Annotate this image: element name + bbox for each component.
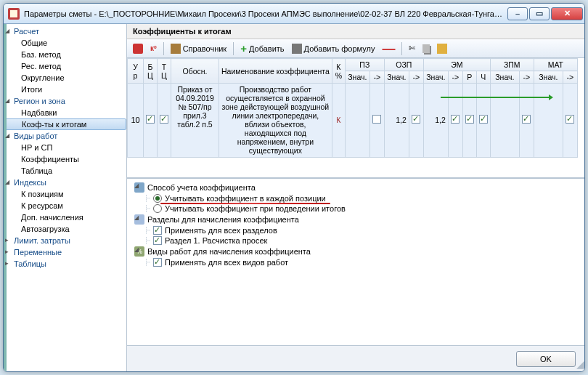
sidebar-item[interactable]: Общие: [4, 37, 126, 49]
options-panel[interactable]: ◢ Способ учета коэффициента ┊┈ Учитывать…: [127, 178, 584, 345]
checkbox-t[interactable]: [160, 115, 168, 124]
sidebar-item[interactable]: Итоги: [4, 84, 126, 95]
checkbox[interactable]: [522, 115, 531, 124]
tb-paste[interactable]: [434, 42, 450, 55]
checkbox-b[interactable]: [146, 115, 155, 124]
th-ur[interactable]: У р: [128, 59, 144, 84]
cell-zpm-chk[interactable]: [519, 84, 534, 158]
resize-grip[interactable]: ◢: [576, 358, 581, 370]
cell-b[interactable]: [144, 84, 158, 158]
maximize-button[interactable]: ▭: [529, 7, 550, 20]
cell-zpm-znach[interactable]: [490, 84, 519, 158]
twisty-icon[interactable]: ◢: [134, 246, 139, 253]
minimize-button[interactable]: –: [507, 7, 528, 20]
sidebar-item[interactable]: К ресурсам: [4, 200, 126, 211]
cell-pz-znach[interactable]: [345, 84, 369, 158]
checkbox[interactable]: [153, 236, 162, 245]
th-b[interactable]: Б Ц: [144, 59, 158, 84]
th-k[interactable]: К %: [332, 59, 345, 84]
sidebar-item[interactable]: Расчет: [4, 25, 126, 37]
th-em-znach[interactable]: Знач.: [423, 71, 448, 84]
checkbox[interactable]: [412, 115, 420, 124]
opt-group-title[interactable]: ◢ Разделы для начисления коэффициента: [131, 214, 580, 225]
table-row[interactable]: 10 Приказ от 04.09.2019 № 507/пр прил.3 …: [128, 84, 578, 158]
th-em-arrow[interactable]: ->: [448, 71, 462, 84]
sidebar-item[interactable]: Надбавки: [4, 107, 126, 118]
th-t[interactable]: Т Ц: [158, 59, 171, 84]
th-pz-znach[interactable]: Знач.: [345, 71, 369, 84]
sidebar-item[interactable]: Переменные: [4, 246, 126, 258]
opt-group-title[interactable]: ◢ % Виды работ для начисления коэффициен…: [131, 246, 580, 257]
sidebar-item[interactable]: Рес. метод: [4, 60, 126, 72]
sidebar-item[interactable]: Таблицы: [4, 258, 126, 270]
tb-copy[interactable]: [420, 43, 433, 55]
th-obosn[interactable]: Обосн.: [171, 59, 219, 84]
th-pz[interactable]: ПЗ: [345, 59, 384, 71]
sidebar-item[interactable]: НР и СП: [4, 142, 126, 153]
twisty-icon[interactable]: ◢: [134, 182, 139, 189]
sidebar-item[interactable]: Коэффициенты: [4, 153, 126, 165]
sidebar-item[interactable]: Регион и зона: [4, 95, 126, 107]
cell-em-ch[interactable]: [476, 84, 490, 158]
sidebar-item[interactable]: Автозагрузка: [4, 223, 126, 235]
th-em[interactable]: ЭМ: [423, 59, 490, 71]
opt-radio-each-position[interactable]: ┊┈ Учитывать коэффициент в каждой позици…: [131, 193, 580, 203]
cell-obosn[interactable]: Приказ от 04.09.2019 № 507/пр прил.3 таб…: [171, 84, 219, 158]
ok-button[interactable]: OK: [516, 351, 576, 367]
th-ozp-arrow[interactable]: ->: [409, 71, 423, 84]
opt-radio-on-totals[interactable]: ┊┈ Учитывать коэффициент при подведении …: [131, 203, 580, 214]
tb-reference[interactable]: Справочник: [168, 42, 230, 55]
cell-em-chk[interactable]: [448, 84, 462, 158]
tb-k[interactable]: кº: [147, 43, 160, 54]
checkbox[interactable]: [479, 115, 488, 124]
sidebar-item[interactable]: К позициям: [4, 188, 126, 200]
checkbox[interactable]: [153, 226, 162, 235]
cell-em-r[interactable]: [462, 84, 476, 158]
radio[interactable]: [153, 194, 162, 203]
cell-mat-chk[interactable]: [563, 84, 577, 158]
th-pz-arrow[interactable]: ->: [369, 71, 384, 84]
sidebar-item[interactable]: Округление: [4, 72, 126, 84]
close-button[interactable]: ✕: [551, 7, 583, 20]
cell-naim[interactable]: Производство работ осуществляется в охра…: [219, 84, 332, 158]
checkbox[interactable]: [153, 258, 162, 267]
tb-cut[interactable]: ✄: [406, 42, 418, 55]
th-naim[interactable]: Наименование коэффициента: [219, 59, 332, 84]
opt-check-all-work-types[interactable]: ┊┈ Применять для всех видов работ: [131, 257, 580, 267]
th-em-ch[interactable]: Ч: [476, 71, 490, 84]
sidebar-item[interactable]: Лимит. затраты: [4, 235, 126, 246]
cell-t[interactable]: [158, 84, 171, 158]
cell-k[interactable]: К: [332, 84, 345, 158]
coefficient-table-wrap[interactable]: У р Б Ц Т Ц Обосн. Наименование коэффици…: [127, 58, 584, 178]
cell-pz-chk[interactable]: [369, 84, 384, 158]
sidebar-item[interactable]: Индексы: [4, 177, 126, 188]
tb-action1[interactable]: [130, 42, 146, 55]
opt-check-all-sections[interactable]: ┊┈ Применять для всех разделов: [131, 225, 580, 235]
th-ozp-znach[interactable]: Знач.: [384, 71, 409, 84]
sidebar-item[interactable]: Виды работ: [4, 130, 126, 142]
radio[interactable]: [153, 204, 162, 213]
sidebar-item[interactable]: Таблица: [4, 165, 126, 177]
th-ozp[interactable]: ОЗП: [384, 59, 423, 71]
checkbox[interactable]: [451, 115, 460, 124]
twisty-icon[interactable]: ◢: [134, 214, 139, 221]
th-mat-arrow[interactable]: ->: [563, 71, 577, 84]
sidebar-item-selected[interactable]: Коэф-ты к итогам: [4, 118, 126, 130]
opt-group-title[interactable]: ◢ Способ учета коэффициента: [131, 182, 580, 193]
th-zpm[interactable]: ЗПМ: [490, 59, 534, 71]
cell-ozp-chk[interactable]: [409, 84, 423, 158]
tb-add[interactable]: +Добавить: [237, 43, 287, 55]
sidebar-item[interactable]: Доп. начисления: [4, 211, 126, 223]
cell-em-znach[interactable]: 1,2: [423, 84, 448, 158]
th-zpm-znach[interactable]: Знач.: [490, 71, 519, 84]
tb-add-formula[interactable]: Добавить формулу: [289, 42, 378, 55]
checkbox[interactable]: [372, 115, 381, 124]
th-zpm-arrow[interactable]: ->: [519, 71, 534, 84]
sidebar-item[interactable]: Баз. метод: [4, 49, 126, 60]
tb-remove[interactable]: —: [379, 44, 398, 54]
th-mat[interactable]: МАТ: [534, 59, 577, 71]
cell-ozp-znach[interactable]: 1,2: [384, 84, 409, 158]
opt-check-section1[interactable]: ┊┈ Раздел 1. Расчистка просек: [131, 235, 580, 246]
cell-ur[interactable]: 10: [128, 84, 144, 158]
th-em-r[interactable]: Р: [462, 71, 476, 84]
